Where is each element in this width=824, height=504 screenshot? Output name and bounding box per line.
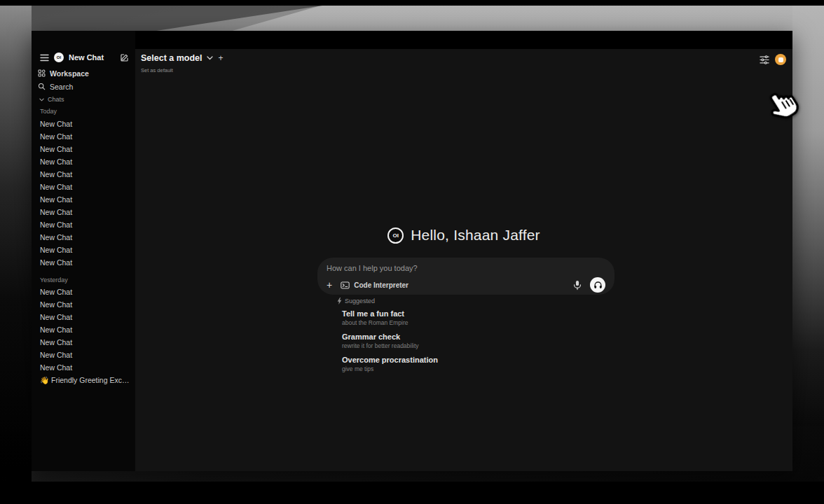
suggested-section: Suggested Tell me a fun fact about the R… xyxy=(337,297,617,378)
sidebar-item-workspace[interactable]: Workspace xyxy=(38,68,132,78)
chat-list-item[interactable]: New Chat xyxy=(40,336,132,349)
model-selector[interactable]: Select a model + xyxy=(141,53,224,63)
suggested-prompt[interactable]: Tell me a fun fact about the Roman Empir… xyxy=(337,309,617,332)
terminal-icon xyxy=(341,281,350,289)
message-composer[interactable]: + Code Interpreter xyxy=(317,258,614,295)
chevron-down-icon xyxy=(207,56,213,60)
chat-history: Today New ChatNew ChatNew ChatNew ChatNe… xyxy=(40,107,132,386)
chat-list-item[interactable]: New Chat xyxy=(40,323,132,336)
new-chat-edit-icon[interactable] xyxy=(120,53,129,62)
wallpaper-left xyxy=(0,6,32,483)
suggested-prompt-subtitle: give me tips xyxy=(342,365,617,373)
chat-list-item[interactable]: New Chat xyxy=(40,181,132,193)
chat-list-item[interactable]: New Chat xyxy=(40,244,132,256)
chat-list-item[interactable]: New Chat xyxy=(40,130,132,143)
suggested-prompt-title: Overcome procrastination xyxy=(342,355,617,365)
app-window: OI New Chat Workspace xyxy=(32,31,792,471)
code-interpreter-label: Code Interpreter xyxy=(354,281,408,289)
message-input[interactable] xyxy=(327,264,605,272)
letterbox-top xyxy=(0,0,824,6)
sidebar-title[interactable]: New Chat xyxy=(69,53,115,62)
set-as-default-button[interactable]: Set as default xyxy=(141,67,173,74)
suggested-prompt-subtitle: rewrite it for better readability xyxy=(342,342,617,350)
greeting-logo: OI xyxy=(387,227,404,244)
app-logo: OI xyxy=(54,52,64,62)
chat-list-item[interactable]: New Chat xyxy=(40,349,132,361)
greeting-text: Hello, Ishaan Jaffer xyxy=(411,227,540,244)
workspace-grid-icon xyxy=(38,69,46,77)
search-label: Search xyxy=(50,83,73,91)
chat-list-today: New ChatNew ChatNew ChatNew ChatNew Chat… xyxy=(40,118,132,269)
sidebar: OI New Chat Workspace xyxy=(32,31,135,471)
chats-section-toggle[interactable]: Chats xyxy=(39,96,64,103)
controls-sliders-icon[interactable] xyxy=(760,55,769,64)
chat-list-item[interactable]: New Chat xyxy=(40,311,132,323)
chat-list-item[interactable]: New Chat xyxy=(40,286,132,298)
chat-list-item[interactable]: New Chat xyxy=(40,206,132,218)
chat-list-item[interactable]: New Chat xyxy=(40,155,132,168)
chevron-down-icon xyxy=(39,98,44,102)
model-selector-label: Select a model xyxy=(141,53,202,63)
chat-list-item[interactable]: New Chat xyxy=(40,231,132,244)
chat-list-yesterday: New ChatNew ChatNew ChatNew ChatNew Chat… xyxy=(40,286,132,386)
suggested-label: Suggested xyxy=(345,298,375,304)
workspace-label: Workspace xyxy=(50,69,89,78)
chat-list-item[interactable]: New Chat xyxy=(40,143,132,155)
desktop: OI New Chat Workspace xyxy=(0,0,824,504)
wallpaper-right xyxy=(792,6,824,426)
suggested-prompt-subtitle: about the Roman Empire xyxy=(342,319,617,327)
composer-toolbar: + Code Interpreter xyxy=(327,277,605,293)
main-area: Select a model + Set as default xyxy=(135,49,792,471)
headphones-icon xyxy=(593,281,603,289)
hamburger-menu-icon[interactable] xyxy=(40,54,49,62)
avatar-glyph xyxy=(778,57,783,62)
suggested-prompt[interactable]: Grammar check rewrite it for better read… xyxy=(337,332,617,355)
bolt-icon xyxy=(337,298,342,304)
chat-list-item[interactable]: New Chat xyxy=(40,193,132,206)
chat-list-item[interactable]: New Chat xyxy=(40,256,132,269)
user-avatar[interactable] xyxy=(775,54,786,65)
add-model-button[interactable]: + xyxy=(219,53,224,63)
suggested-prompt[interactable]: Overcome procrastination give me tips xyxy=(337,355,617,378)
chat-list-item[interactable]: New Chat xyxy=(40,218,132,231)
chat-group-label-yesterday: Yesterday xyxy=(40,276,132,284)
sidebar-item-search[interactable]: Search xyxy=(38,81,132,92)
suggested-prompt-title: Tell me a fun fact xyxy=(342,309,617,318)
chat-group-label-today: Today xyxy=(40,107,132,115)
chat-list-item[interactable]: New Chat xyxy=(40,168,132,181)
letterbox-bottom xyxy=(0,482,824,504)
search-icon xyxy=(38,83,46,90)
chats-section-label: Chats xyxy=(48,96,64,103)
suggested-prompts: Tell me a fun fact about the Roman Empir… xyxy=(337,309,617,378)
sidebar-header: OI New Chat xyxy=(40,52,129,63)
chat-list-item[interactable]: New Chat xyxy=(40,118,132,130)
suggested-header: Suggested xyxy=(337,297,617,305)
top-right-controls xyxy=(760,54,786,65)
code-interpreter-toggle[interactable]: Code Interpreter xyxy=(341,281,408,289)
chat-list-item[interactable]: New Chat xyxy=(40,298,132,311)
chat-list-item[interactable]: New Chat xyxy=(40,361,132,374)
suggested-prompt-title: Grammar check xyxy=(342,332,617,342)
greeting: OI Hello, Ishaan Jaffer xyxy=(135,227,792,244)
voice-call-button[interactable] xyxy=(590,277,605,293)
attach-plus-button[interactable]: + xyxy=(327,281,332,289)
microphone-icon[interactable] xyxy=(573,280,582,290)
chat-list-item[interactable]: 👋 Friendly Greeting Exchange xyxy=(40,374,132,386)
